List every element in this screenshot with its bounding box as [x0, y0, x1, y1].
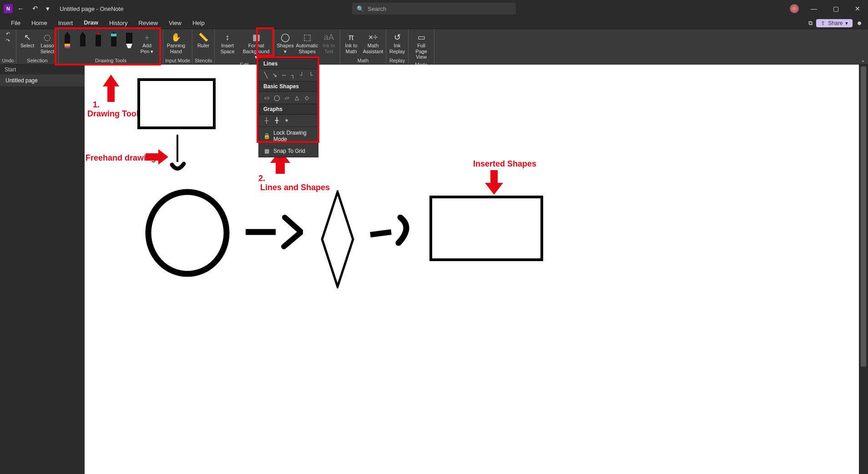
undo-icon[interactable]: ↶	[32, 5, 38, 12]
svg-marker-5	[96, 32, 100, 35]
panning-hand-button[interactable]: ✋ Panning Hand	[165, 31, 187, 55]
lock-label: Lock Drawing Mode	[273, 130, 313, 142]
freehand-arrow-2	[368, 215, 413, 247]
line-icon[interactable]: ╲	[263, 72, 269, 78]
vertical-scrollbar[interactable]	[859, 65, 868, 474]
menu-help[interactable]: Help	[187, 18, 210, 28]
highlighter[interactable]	[122, 31, 136, 49]
select-button[interactable]: ↖ Select	[18, 31, 36, 50]
full-page-view-button[interactable]: ▭ Full Page View	[410, 31, 432, 61]
window-title: Untitled page - OneNote	[60, 5, 123, 12]
lock-icon: 🔒	[263, 133, 270, 139]
menu-file[interactable]: File	[5, 18, 26, 28]
search-placeholder: Search	[368, 5, 386, 12]
qat-dropdown-icon[interactable]: ▾	[46, 5, 50, 12]
shapes-label: Shapes ▾	[277, 43, 293, 54]
freehand-arrow-1	[244, 213, 303, 249]
insert-space-button[interactable]: ↕ Insert Space	[217, 31, 238, 55]
math-assistant-label: Math Assistant	[363, 43, 384, 54]
double-arrow-icon[interactable]: ↔	[281, 72, 287, 78]
maximize-button[interactable]: ▢	[829, 5, 843, 12]
elbow-icon[interactable]: ┐	[290, 72, 296, 78]
panning-hand-label: Panning Hand	[166, 43, 186, 54]
page-item[interactable]: Untitled page	[0, 75, 85, 86]
anno-2-label: Lines and Shapes	[260, 183, 330, 192]
feedback-icon[interactable]: ☻	[856, 20, 863, 26]
insert-space-icon: ↕	[226, 32, 230, 43]
ink-replay-button[interactable]: ↺ Ink Replay	[388, 31, 406, 55]
replay-label: Replay	[388, 57, 406, 63]
pen-red[interactable]	[91, 31, 105, 49]
open-in-new-icon[interactable]: ⧉	[808, 20, 812, 27]
ink-to-math-button[interactable]: π Ink to Math	[342, 31, 360, 55]
auto-shapes-label: Automatic Shapes	[296, 43, 318, 54]
scrollbar-thumb[interactable]	[861, 66, 866, 367]
ruler-label: Ruler	[197, 43, 209, 49]
graph-xy-icon[interactable]: ┼	[263, 117, 270, 124]
menu-home[interactable]: Home	[26, 18, 53, 28]
math-assistant-button[interactable]: ×÷ Math Assistant	[362, 31, 384, 55]
ribbon: ↶ ↷ Undo ↖ Select ◌ Lasso Select Selecti…	[0, 29, 868, 65]
format-background-button[interactable]: ▦ Format Background ▾	[240, 31, 272, 61]
pen-teal[interactable]	[107, 31, 121, 49]
anno-1-label: Drawing Tools	[87, 109, 143, 119]
graph-2d-icon[interactable]: ╋	[273, 117, 280, 124]
menu-insert[interactable]: Insert	[53, 18, 79, 28]
ruler-icon: 📏	[198, 32, 208, 43]
parallelogram-icon[interactable]: ▱	[283, 95, 290, 101]
minimize-button[interactable]: —	[807, 5, 821, 12]
inserted-rectangle-1	[137, 78, 216, 129]
insert-space-label: Insert Space	[217, 43, 237, 54]
pen-yellow[interactable]	[61, 31, 74, 49]
menu-review[interactable]: Review	[133, 18, 163, 28]
back-icon[interactable]: ←	[17, 5, 24, 12]
basic-shapes-row: ▭ ◯ ▱ △ ◇	[259, 92, 318, 104]
share-icon: ⇪	[821, 20, 825, 26]
arrow-line-icon[interactable]: ↘	[273, 72, 278, 78]
anno-2-num: 2.	[258, 174, 265, 183]
ruler-button[interactable]: 📏 Ruler	[194, 31, 212, 50]
undo-button[interactable]: ↶	[6, 31, 10, 37]
lasso-select-button[interactable]: ◌ Lasso Select	[38, 31, 56, 55]
avatar[interactable]	[790, 4, 799, 13]
menu-draw[interactable]: Draw	[78, 18, 104, 28]
pi-icon: π	[348, 32, 354, 43]
ink-to-text-button: aA Ink to Text	[320, 31, 338, 55]
select-label: Select	[20, 43, 35, 49]
snap-to-grid-option[interactable]: ▦ Snap To Grid	[259, 145, 318, 157]
add-pen-button[interactable]: ＋ Add Pen ▾	[138, 31, 156, 55]
redo-button[interactable]: ↷	[6, 38, 10, 44]
section-header[interactable]: Start	[0, 65, 85, 75]
svg-marker-3	[80, 32, 86, 46]
canvas[interactable]: 1. Drawing Tools Freehand drawing 2. Lin…	[85, 65, 859, 474]
snap-icon: ▦	[263, 148, 270, 154]
cursor-icon: ↖	[24, 32, 31, 43]
shapes-button[interactable]: ◯ Shapes ▾	[276, 31, 294, 55]
graph-3d-icon[interactable]: ✶	[283, 117, 290, 124]
drawing-tools-group: ＋ Add Pen ▾ Drawing Tools	[59, 29, 163, 64]
diamond-icon[interactable]: ◇	[303, 95, 310, 101]
lock-drawing-mode-option[interactable]: 🔒 Lock Drawing Mode	[259, 127, 318, 145]
close-button[interactable]: ✕	[851, 5, 864, 12]
search-box[interactable]: 🔍 Search	[352, 3, 516, 15]
ink-to-text-icon: aA	[324, 32, 334, 43]
titlebar: N ← ↶ ▾ Untitled page - OneNote 🔍 Search…	[0, 0, 868, 17]
ribbon-expand-chevron[interactable]: ⌄	[861, 57, 865, 63]
automatic-shapes-button[interactable]: ⬚ Automatic Shapes	[296, 31, 318, 55]
elbow2-icon[interactable]: ┘	[299, 72, 305, 78]
freehand-down-arrow	[169, 135, 187, 176]
pen-black[interactable]	[76, 31, 90, 49]
menu-history[interactable]: History	[104, 18, 133, 28]
replay-group: ↺ Ink Replay Replay	[386, 29, 409, 64]
oval-icon[interactable]: ◯	[273, 95, 280, 101]
shapes-dropdown: Lines ╲ ↘ ↔ ┐ ┘ └ Basic Shapes ▭ ◯ ▱ △ ◇…	[258, 58, 318, 157]
triangle-icon[interactable]: △	[293, 95, 300, 101]
svg-rect-7	[111, 34, 116, 36]
menu-view[interactable]: View	[163, 18, 187, 28]
undo-group-label: Undo	[2, 57, 14, 63]
elbow3-icon[interactable]: └	[308, 72, 313, 78]
svg-marker-0	[65, 32, 70, 44]
share-button[interactable]: ⇪ Share ▾	[816, 19, 853, 27]
rect-icon[interactable]: ▭	[263, 95, 270, 101]
red-arrow-right	[146, 149, 168, 165]
